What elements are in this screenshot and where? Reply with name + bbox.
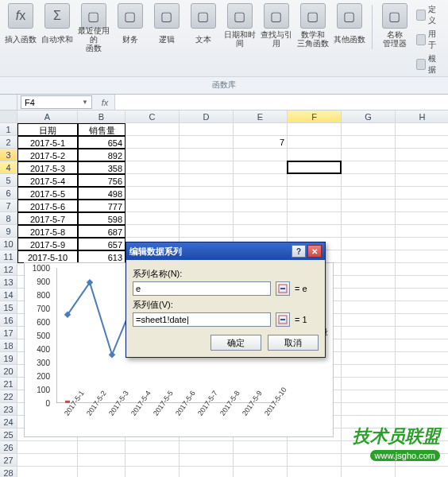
- cell[interactable]: [396, 314, 448, 327]
- cell[interactable]: 2017-5-8: [17, 225, 78, 238]
- row-header[interactable]: 11: [0, 250, 17, 263]
- cell[interactable]: 2017-5-10: [17, 250, 78, 263]
- cell[interactable]: [288, 212, 342, 225]
- row-header[interactable]: 21: [0, 378, 17, 390]
- cell[interactable]: [342, 161, 396, 174]
- cell[interactable]: [342, 225, 396, 238]
- cell[interactable]: [396, 365, 448, 378]
- cell[interactable]: [126, 200, 180, 212]
- cell[interactable]: [342, 212, 396, 225]
- cell[interactable]: 2017-5-5: [17, 187, 78, 200]
- row-header[interactable]: 15: [0, 301, 17, 314]
- cell[interactable]: [288, 225, 342, 238]
- cell[interactable]: [396, 250, 448, 263]
- column-header[interactable]: B: [78, 111, 126, 123]
- cell[interactable]: 687: [78, 225, 126, 238]
- cell[interactable]: [288, 441, 342, 454]
- cell[interactable]: [180, 454, 234, 467]
- cell[interactable]: [78, 454, 126, 467]
- dialog-titlebar[interactable]: 编辑数据系列 ? ✕: [126, 242, 325, 260]
- cell[interactable]: 2017-5-7: [17, 212, 78, 225]
- cell[interactable]: [396, 200, 448, 212]
- cancel-button[interactable]: 取消: [268, 335, 319, 351]
- row-header[interactable]: 5: [0, 174, 17, 187]
- cell[interactable]: 358: [78, 161, 126, 174]
- cell[interactable]: 日期: [17, 123, 78, 136]
- cell[interactable]: [126, 441, 180, 454]
- cell[interactable]: [342, 289, 396, 301]
- cell[interactable]: [396, 263, 448, 276]
- cell[interactable]: [288, 187, 342, 200]
- cell[interactable]: [342, 352, 396, 365]
- cell[interactable]: [234, 454, 288, 467]
- cell[interactable]: [396, 276, 448, 289]
- ribbon-button[interactable]: fx插入函数: [3, 2, 38, 49]
- row-header[interactable]: 18: [0, 339, 17, 352]
- ribbon-button[interactable]: ▢逻辑: [149, 2, 184, 49]
- cell[interactable]: [180, 161, 234, 174]
- cell[interactable]: [342, 339, 396, 352]
- cell[interactable]: [396, 123, 448, 136]
- ribbon-button[interactable]: ▢数学和三角函数: [295, 2, 330, 49]
- cell[interactable]: 777: [78, 200, 126, 212]
- cell[interactable]: [126, 187, 180, 200]
- ribbon-button[interactable]: ▢财务: [113, 2, 148, 49]
- cell[interactable]: [342, 467, 396, 477]
- ribbon-button[interactable]: ▢文本: [186, 2, 221, 49]
- cell[interactable]: [126, 467, 180, 477]
- cell[interactable]: [180, 149, 234, 161]
- cell[interactable]: [180, 123, 234, 136]
- cell[interactable]: [396, 212, 448, 225]
- cell[interactable]: 657: [78, 238, 126, 250]
- cell[interactable]: [234, 149, 288, 161]
- cell[interactable]: [288, 123, 342, 136]
- cell[interactable]: 销售量: [78, 123, 126, 136]
- column-header[interactable]: C: [126, 111, 180, 123]
- cell[interactable]: [234, 174, 288, 187]
- cell[interactable]: [396, 136, 448, 149]
- cell[interactable]: [17, 441, 78, 454]
- row-header[interactable]: 4: [0, 161, 17, 174]
- name-manager-button[interactable]: ▢名称管理器: [377, 2, 412, 49]
- cell[interactable]: [342, 403, 396, 416]
- row-header[interactable]: 26: [0, 441, 17, 454]
- cell[interactable]: 2017-5-6: [17, 200, 78, 212]
- cell[interactable]: [342, 390, 396, 403]
- cell[interactable]: [126, 149, 180, 161]
- row-header[interactable]: 17: [0, 327, 17, 339]
- ribbon-small-item[interactable]: 用于: [414, 28, 445, 52]
- cell[interactable]: [342, 276, 396, 289]
- cell[interactable]: 756: [78, 174, 126, 187]
- row-header[interactable]: 2: [0, 136, 17, 149]
- chevron-down-icon[interactable]: ▼: [82, 99, 88, 106]
- row-header[interactable]: 12: [0, 263, 17, 276]
- cell[interactable]: [180, 212, 234, 225]
- cell[interactable]: [396, 174, 448, 187]
- cell[interactable]: [288, 174, 342, 187]
- cell[interactable]: [180, 441, 234, 454]
- row-header[interactable]: 7: [0, 200, 17, 212]
- cell[interactable]: [180, 136, 234, 149]
- column-header[interactable]: A: [17, 111, 78, 123]
- cell[interactable]: 2017-5-4: [17, 174, 78, 187]
- ribbon-button[interactable]: ▢其他函数: [332, 2, 367, 49]
- row-header[interactable]: 14: [0, 289, 17, 301]
- ribbon-button[interactable]: Σ自动求和: [40, 2, 75, 49]
- cell[interactable]: [342, 378, 396, 390]
- cell[interactable]: 613: [78, 250, 126, 263]
- cell[interactable]: [234, 200, 288, 212]
- cell[interactable]: [78, 467, 126, 477]
- ribbon-button[interactable]: ▢日期和时间: [222, 2, 257, 49]
- cell[interactable]: [288, 200, 342, 212]
- ribbon-small-item[interactable]: 定义: [414, 3, 445, 27]
- row-header[interactable]: 19: [0, 352, 17, 365]
- cell[interactable]: [288, 149, 342, 161]
- cell[interactable]: [234, 212, 288, 225]
- cell[interactable]: [396, 161, 448, 174]
- cell[interactable]: [342, 263, 396, 276]
- cell[interactable]: [342, 187, 396, 200]
- collapse-dialog-icon[interactable]: [276, 281, 290, 296]
- row-header[interactable]: 10: [0, 238, 17, 250]
- column-header[interactable]: G: [342, 111, 396, 123]
- cell[interactable]: [126, 212, 180, 225]
